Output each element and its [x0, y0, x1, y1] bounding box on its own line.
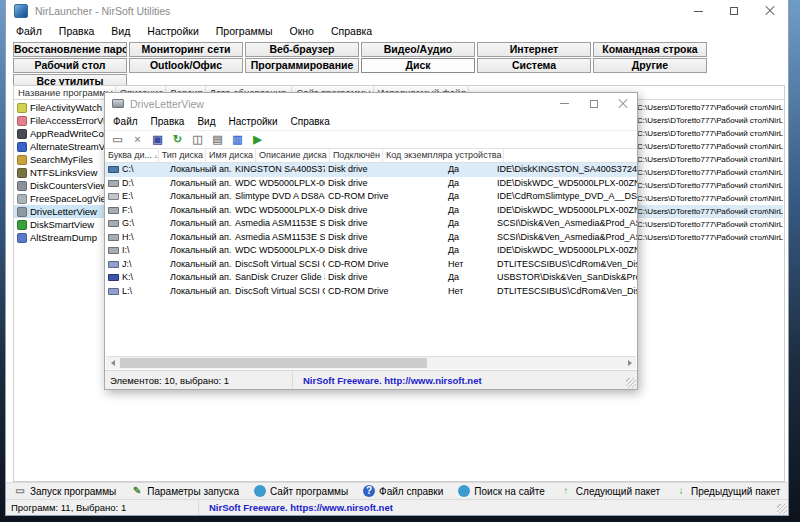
child-minimize-icon[interactable] [550, 93, 579, 114]
resize-grip[interactable] [626, 378, 636, 388]
toolbar-button-icon: ↓ [675, 485, 687, 497]
menu-item[interactable]: Программы [216, 25, 273, 37]
category-button[interactable]: Командная строка [593, 42, 707, 57]
executable-path[interactable]: C:\Users\DToretto777\Рабочий стол\NirLau… [634, 114, 783, 127]
category-button[interactable]: Программирование [245, 58, 359, 73]
category-button[interactable]: Веб-браузер [245, 42, 359, 57]
drive-description-cell: Disk drive [325, 244, 445, 258]
drives-column-header[interactable]: Буква ди...▵ [105, 149, 159, 162]
executable-path[interactable]: C:\Users\DToretto777\Рабочий стол\NirLau… [634, 192, 783, 205]
toolbar-icon[interactable]: ▣ [150, 131, 165, 148]
category-button[interactable]: Мониторинг сети [129, 42, 243, 57]
executable-path[interactable]: C:\Users\DToretto777\Рабочий стол\NirLau… [634, 127, 783, 140]
toolbar-icon[interactable]: ◫ [190, 131, 205, 148]
drive-row[interactable]: J:\ Локальный ап... DiscSoft Virtual SCS… [105, 258, 637, 272]
category-grid: Восстановление паролейМониторинг сетиВеб… [6, 41, 788, 91]
drive-row[interactable]: L:\ Локальный ап... DiscSoft Virtual SCS… [105, 285, 637, 299]
device-instance-id-cell: IDE\DiskWDC_WD5000LPLX-00ZNTT0 [494, 177, 637, 191]
child-menu-item[interactable]: Файл [113, 116, 138, 127]
toolbar-icon[interactable]: ▶ [250, 131, 265, 148]
drive-description-cell: CD-ROM Drive [325, 258, 445, 272]
toolbar-icon[interactable]: × [130, 131, 145, 148]
program-icon [17, 116, 27, 126]
menu-item[interactable]: Окно [290, 25, 314, 37]
child-maximize-icon[interactable] [579, 93, 608, 114]
drive-name-cell: DiscSoft Virtual SCSI Cd... [232, 285, 325, 299]
maximize-icon[interactable] [716, 0, 752, 22]
executable-path[interactable]: C:\Users\DToretto777\Рабочий стол\NirLau… [634, 101, 783, 114]
category-button[interactable]: Диск [361, 58, 475, 73]
drive-row[interactable]: I:\ Локальный ап... WDC WD5000LPLX-00Z..… [105, 244, 637, 258]
drives-column-header[interactable]: Тип диска [159, 149, 206, 162]
launcher-toolbar-button[interactable]: Поиск на сайте [458, 485, 545, 497]
drive-row[interactable]: F:\ Локальный ап... WDC WD5000LPLX-00Z..… [105, 204, 637, 218]
minimize-icon[interactable] [680, 0, 716, 22]
launcher-toolbar-button[interactable]: ? Файл справки [363, 485, 443, 497]
program-name: SearchMyFiles [30, 154, 93, 165]
column-header[interactable]: Название программы [14, 86, 116, 99]
menu-item[interactable]: Настройки [147, 25, 199, 37]
executable-path[interactable]: C:\Users\DToretto777\Рабочий стол\NirLau… [634, 166, 783, 179]
program-name: DriveLetterView [30, 206, 97, 217]
child-close-icon[interactable] [608, 93, 637, 114]
close-icon[interactable] [752, 0, 788, 22]
child-menu-item[interactable]: Вид [197, 116, 215, 127]
child-menu-item[interactable]: Справка [291, 116, 330, 127]
drive-connected-cell: Нет [445, 285, 494, 299]
drive-letter-cell: C:\ [105, 163, 167, 177]
drive-name-cell: DiscSoft Virtual SCSI Cd... [232, 258, 325, 272]
drives-column-header[interactable]: Подключён [330, 149, 383, 162]
category-button[interactable]: Интернет [477, 42, 591, 57]
executable-column: C:\Users\DToretto777\Рабочий стол\NirLau… [634, 101, 783, 244]
menu-item[interactable]: Вид [111, 25, 130, 37]
drive-row[interactable]: D:\ Локальный ап... WDC WD5000LPLX-00Z..… [105, 177, 637, 191]
drive-row[interactable]: E:\ Локальный ап... Slimtype DVD A DS8A8… [105, 190, 637, 204]
drive-letter-cell: J:\ [105, 258, 167, 272]
child-menu-item[interactable]: Настройки [228, 116, 277, 127]
category-button[interactable]: Восстановление паролей [13, 42, 127, 57]
toolbar-icon[interactable]: ▥ [230, 131, 245, 148]
launcher-toolbar-button[interactable]: ▭ Запуск программы [14, 485, 116, 497]
category-button[interactable]: Outlook/Офис [129, 58, 243, 73]
scroll-right-icon[interactable] [623, 357, 636, 369]
category-button[interactable]: Система [477, 58, 591, 73]
nirsoft-link[interactable]: NirSoft Freeware. http://www.nirsoft.net [293, 375, 482, 386]
drives-column-header[interactable]: Описание диска [256, 149, 330, 162]
toolbar-icon[interactable]: ▤ [210, 131, 225, 148]
main-status-counts: Программ: 11, Выбрано: 1 [6, 500, 199, 515]
drive-row[interactable]: G:\ Локальный ап... Asmedia ASM1153E SCS… [105, 217, 637, 231]
toolbar-icon[interactable]: ↻ [170, 131, 185, 148]
launcher-toolbar-button[interactable]: ↑ Следующий пакет [560, 485, 660, 497]
drives-column-header[interactable]: Имя диска [206, 149, 256, 162]
program-icon [17, 181, 27, 191]
menu-item[interactable]: Файл [16, 25, 42, 37]
launcher-toolbar-button[interactable]: ✎ Параметры запуска [131, 485, 239, 497]
executable-path[interactable]: C:\Users\DToretto777\Рабочий стол\NirLau… [634, 153, 783, 166]
scroll-left-icon[interactable] [106, 357, 119, 369]
nirsoft-link[interactable]: NirSoft Freeware. https://www.nirsoft.ne… [199, 502, 393, 513]
menu-item[interactable]: Справка [331, 25, 372, 37]
drive-row[interactable]: H:\ Локальный ап... Asmedia ASM1153E SCS… [105, 231, 637, 245]
drive-row[interactable]: C:\ Локальный ап... KINGSTON SA400S37240… [105, 163, 637, 177]
executable-path[interactable]: C:\Users\DToretto777\Рабочий стол\NirLau… [634, 179, 783, 192]
launcher-toolbar-button[interactable]: ↓ Предыдущий пакет [675, 485, 780, 497]
toolbar-icon[interactable]: ▭ [110, 131, 125, 148]
drive-type-cell: Локальный ап... [167, 177, 232, 191]
horizontal-scrollbar[interactable] [106, 356, 636, 369]
scrollbar-thumb[interactable] [120, 358, 427, 368]
category-button[interactable]: Рабочий стол [13, 58, 127, 73]
drive-connected-cell: Да [445, 204, 494, 218]
executable-path[interactable]: C:\Users\DToretto777\Рабочий стол\NirLau… [634, 205, 783, 218]
launcher-toolbar-button[interactable]: Сайт программы [254, 485, 348, 497]
category-button[interactable]: Видео/Аудио [361, 42, 475, 57]
executable-path[interactable]: C:\Users\DToretto777\Рабочий стол\NirLau… [634, 231, 783, 244]
drives-column-header[interactable]: Код экземпляра устройства [383, 149, 505, 162]
menu-item[interactable]: Правка [59, 25, 94, 37]
category-button[interactable]: Другие [593, 58, 707, 73]
executable-path[interactable]: C:\Users\DToretto777\Рабочий стол\NirLau… [634, 140, 783, 153]
executable-path[interactable]: C:\Users\DToretto777\Рабочий стол\NirLau… [634, 218, 783, 231]
child-menu-item[interactable]: Правка [151, 116, 185, 127]
drive-row[interactable]: K:\ Локальный ап... SanDisk Cruzer Glide… [105, 271, 637, 285]
resize-grip[interactable] [777, 504, 787, 514]
program-name: AltStreamDump [30, 232, 97, 243]
